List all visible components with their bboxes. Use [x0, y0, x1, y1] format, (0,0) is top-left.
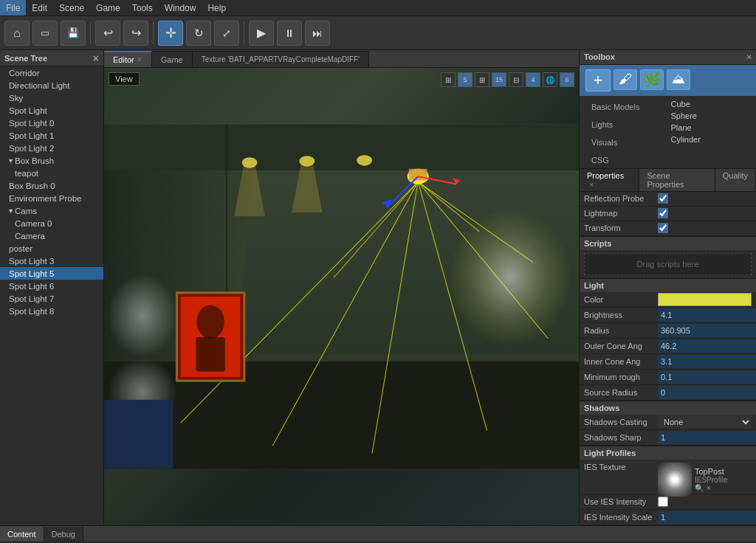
save-button[interactable]: 💾 — [61, 21, 86, 46]
tree-item[interactable]: Spot Light 8 — [0, 305, 103, 317]
ies-intensity-input[interactable] — [658, 511, 756, 524]
menu-help[interactable]: Help — [202, 0, 232, 15]
tree-item[interactable]: Camera 0 — [0, 217, 103, 229]
toolbox-terrain-icon[interactable]: ⛰ — [667, 69, 690, 90]
min-roughness-input[interactable] — [658, 370, 756, 384]
tree-item[interactable]: Box Brush — [0, 154, 103, 167]
toolbox-close[interactable]: × — [747, 52, 752, 61]
tree-item[interactable]: Sky — [0, 91, 103, 104]
home-button[interactable]: ⌂ — [4, 21, 30, 46]
tree-item[interactable]: Cams — [0, 204, 103, 217]
move-button[interactable]: ✛ — [158, 21, 183, 46]
transform-checkbox[interactable] — [658, 223, 668, 233]
model-sphere[interactable]: Sphere — [668, 111, 751, 121]
ies-remove-icon[interactable]: × — [707, 484, 711, 492]
tab-debug[interactable]: Debug — [44, 527, 83, 542]
tree-item[interactable]: Environment Probe — [0, 192, 103, 204]
menu-scene[interactable]: Scene — [53, 0, 90, 15]
radius-input[interactable] — [658, 324, 756, 337]
shadows-sharpness-input[interactable] — [658, 431, 756, 444]
source-radius-input[interactable] — [658, 386, 756, 399]
tree-item[interactable]: teapot — [0, 167, 103, 179]
brightness-input[interactable] — [658, 308, 756, 322]
model-cylinder[interactable]: Cylinder — [668, 134, 751, 145]
tree-item[interactable]: Spot Light 7 — [0, 292, 103, 305]
next-button[interactable]: ⏭ — [305, 21, 330, 46]
view-button[interactable]: View — [109, 72, 140, 86]
menu-file[interactable]: File — [0, 0, 26, 15]
toolbox-add-icon[interactable]: + — [585, 69, 611, 91]
tree-item[interactable]: Spot Light 0 — [0, 117, 103, 129]
scale-button[interactable]: ⤢ — [214, 21, 239, 46]
svg-rect-3 — [104, 125, 579, 170]
scene-tree-close[interactable]: × — [93, 52, 99, 64]
tab-quality[interactable]: Quality — [715, 169, 756, 191]
model-plane[interactable]: Plane — [668, 122, 751, 133]
color-swatch[interactable] — [658, 293, 752, 306]
menu-window[interactable]: Window — [159, 0, 202, 15]
prop-tabs: Properties × Scene Properties Quality — [580, 169, 756, 192]
vp-icon-layer[interactable]: ⊟ — [509, 72, 523, 87]
vp-icon-5[interactable]: 5 — [458, 72, 472, 87]
inner-cone-input[interactable] — [658, 355, 756, 368]
svg-point-8 — [357, 155, 372, 166]
shadows-section: Shadows — [580, 401, 756, 415]
ies-texture-preview[interactable] — [658, 463, 692, 497]
vp-icon-globe[interactable]: 🌐 — [543, 72, 557, 87]
content-panel: Content Debug ⬇ ← → ↑ Content/ IES profi… — [0, 526, 756, 543]
scene-tree-content: CorridorDirectional LightSkySpot LightSp… — [0, 66, 103, 525]
use-ies-checkbox[interactable] — [658, 497, 668, 507]
toolbox-paint-icon[interactable]: 🖌 — [614, 69, 637, 90]
viewport[interactable]: View ⊞ 5 ⊞ 15 ⊟ 4 🌐 6 — [104, 68, 579, 525]
tree-item[interactable]: Spot Light 6 — [0, 280, 103, 292]
tab-texture[interactable]: Texture 'BATI_APPARTVRayCompleteMapDIFF' — [193, 51, 369, 67]
menu-game[interactable]: Game — [90, 0, 126, 15]
rotate-button[interactable]: ↻ — [186, 21, 211, 46]
tab-quality-label: Quality — [723, 171, 748, 180]
tree-item[interactable]: Spot Light 5 — [0, 267, 103, 280]
toolbox-plant-icon[interactable]: 🌿 — [640, 69, 664, 90]
vp-icon-6[interactable]: 6 — [560, 72, 574, 87]
vp-icon-4[interactable]: 4 — [526, 72, 540, 87]
shadows-casting-select[interactable]: None — [658, 415, 752, 429]
tab-game[interactable]: Game — [152, 51, 193, 67]
play-button[interactable]: ▶ — [249, 21, 274, 46]
new-button[interactable]: ▭ — [32, 21, 58, 46]
ies-zoom-icon[interactable]: 🔍 — [695, 484, 704, 492]
vp-icon-15[interactable]: 15 — [492, 72, 506, 87]
svg-rect-31 — [196, 337, 224, 372]
tree-item[interactable]: Spot Light 3 — [0, 255, 103, 267]
redo-button[interactable]: ↪ — [123, 21, 148, 46]
tree-item[interactable]: Spot Light 1 — [0, 129, 103, 142]
vp-icon-grid[interactable]: ⊞ — [475, 72, 489, 87]
tab-properties-close[interactable]: × — [589, 180, 594, 189]
tree-item[interactable]: poster — [0, 242, 103, 255]
tree-item[interactable]: Spot Light 2 — [0, 142, 103, 154]
prop-lightmap: Lightmap — [580, 207, 756, 221]
svg-line-18 — [272, 181, 418, 446]
undo-button[interactable]: ↩ — [95, 21, 120, 46]
tab-scene-properties[interactable]: Scene Properties — [639, 169, 715, 191]
tree-item[interactable]: Directional Light — [0, 79, 103, 91]
inner-cone-label: Inner Cone Ang — [584, 357, 658, 366]
model-cube[interactable]: Cube — [668, 99, 751, 109]
pause-button[interactable]: ⏸ — [277, 21, 302, 46]
menu-tools[interactable]: Tools — [126, 0, 159, 15]
color-label: Color — [584, 295, 658, 304]
tab-editor[interactable]: Editor × — [104, 51, 152, 67]
tree-item[interactable]: Corridor — [0, 66, 103, 79]
tree-item[interactable]: Spot Light — [0, 104, 103, 117]
reflection-probe-checkbox[interactable] — [658, 193, 668, 204]
toolbar-separator-3 — [244, 22, 244, 44]
tab-editor-close[interactable]: × — [137, 55, 142, 65]
outer-cone-input[interactable] — [658, 339, 756, 353]
tab-content[interactable]: Content — [0, 527, 44, 542]
menu-edit[interactable]: Edit — [26, 0, 53, 15]
tab-properties[interactable]: Properties × — [580, 169, 639, 191]
svg-marker-9 — [234, 167, 264, 216]
prop-outer-cone: Outer Cone Ang ✎ — [580, 339, 756, 354]
tree-item[interactable]: Camera — [0, 229, 103, 242]
tree-item[interactable]: Box Brush 0 — [0, 179, 103, 192]
lightmap-checkbox[interactable] — [658, 208, 668, 218]
vp-icon-mesh[interactable]: ⊞ — [441, 72, 456, 87]
